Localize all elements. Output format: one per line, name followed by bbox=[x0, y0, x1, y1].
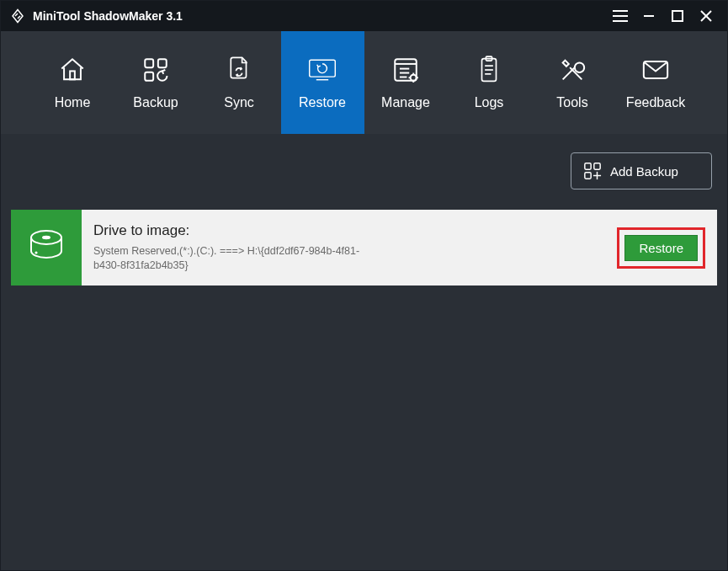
backup-entry-row: Drive to image: System Reserved,(*:).(C:… bbox=[11, 210, 717, 286]
nav-home-label: Home bbox=[55, 95, 91, 110]
close-button[interactable] bbox=[692, 3, 720, 29]
add-backup-icon bbox=[583, 162, 602, 180]
nav-restore[interactable]: Restore bbox=[281, 31, 364, 134]
nav-manage[interactable]: Manage bbox=[364, 31, 448, 134]
svg-rect-7 bbox=[70, 71, 75, 79]
drive-heading: Drive to image: bbox=[93, 222, 617, 239]
nav-backup-label: Backup bbox=[133, 95, 178, 110]
content-area: Add Backup Drive to image: System Reserv… bbox=[1, 134, 727, 570]
nav-backup[interactable]: Backup bbox=[114, 31, 198, 134]
svg-rect-10 bbox=[145, 72, 153, 81]
backup-icon bbox=[141, 55, 171, 85]
nav-feedback-label: Feedback bbox=[626, 95, 685, 110]
tools-icon bbox=[557, 55, 587, 85]
nav-sync[interactable]: Sync bbox=[198, 31, 281, 134]
nav-home[interactable]: Home bbox=[31, 31, 114, 134]
menu-button[interactable] bbox=[606, 3, 635, 29]
nav-logs[interactable]: Logs bbox=[448, 31, 531, 134]
drive-tile bbox=[11, 210, 82, 286]
add-backup-label: Add Backup bbox=[610, 164, 678, 179]
svg-rect-4 bbox=[672, 11, 683, 21]
restore-icon bbox=[307, 55, 337, 85]
drive-body: Drive to image: System Reserved,(*:).(C:… bbox=[82, 210, 717, 286]
restore-button[interactable]: Restore bbox=[624, 235, 698, 261]
nav-feedback[interactable]: Feedback bbox=[614, 31, 698, 134]
add-backup-button[interactable]: Add Backup bbox=[571, 152, 712, 189]
main-nav: Home Backup Sync Restore Manage bbox=[1, 31, 727, 134]
restore-highlight: Restore bbox=[617, 227, 705, 269]
svg-point-36 bbox=[35, 251, 37, 253]
app-logo-icon bbox=[9, 8, 26, 24]
manage-icon bbox=[391, 55, 421, 85]
svg-point-35 bbox=[42, 236, 50, 239]
svg-point-18 bbox=[411, 75, 417, 81]
titlebar: MiniTool ShadowMaker 3.1 bbox=[1, 1, 727, 31]
svg-rect-11 bbox=[310, 60, 336, 77]
nav-logs-label: Logs bbox=[475, 95, 504, 110]
svg-rect-9 bbox=[158, 59, 167, 67]
drive-text: Drive to image: System Reserved,(*:).(C:… bbox=[93, 222, 617, 273]
drive-path: System Reserved,(*:).(C:). ===> H:\{ddf2… bbox=[93, 244, 363, 273]
svg-rect-31 bbox=[585, 173, 591, 179]
home-icon bbox=[57, 55, 88, 85]
app-window: MiniTool ShadowMaker 3.1 Home Backup bbox=[0, 0, 728, 571]
nav-sync-label: Sync bbox=[224, 95, 254, 110]
nav-manage-label: Manage bbox=[381, 95, 430, 110]
sync-icon bbox=[224, 55, 254, 85]
maximize-button[interactable] bbox=[663, 3, 692, 29]
svg-rect-8 bbox=[145, 59, 153, 67]
nav-restore-label: Restore bbox=[299, 95, 346, 110]
nav-tools[interactable]: Tools bbox=[531, 31, 614, 134]
minimize-button[interactable] bbox=[635, 3, 663, 29]
logs-icon bbox=[474, 55, 504, 85]
svg-rect-30 bbox=[594, 163, 600, 169]
feedback-icon bbox=[640, 55, 671, 85]
svg-rect-29 bbox=[585, 163, 591, 169]
drive-icon bbox=[25, 227, 67, 268]
app-title: MiniTool ShadowMaker 3.1 bbox=[33, 9, 606, 23]
nav-tools-label: Tools bbox=[556, 95, 587, 110]
